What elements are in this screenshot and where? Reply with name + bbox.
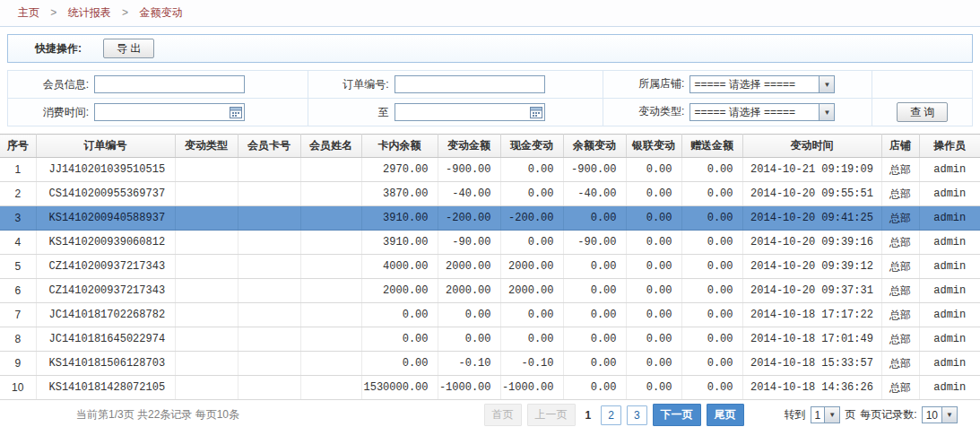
cell-member-name <box>300 327 361 352</box>
cell-balance-change: 0.00 <box>563 352 626 376</box>
cell-card-balance: 3910.00 <box>361 206 438 231</box>
cell-operator: admin <box>919 376 980 400</box>
page-button-3[interactable]: 3 <box>627 405 647 425</box>
cell-cash-change: 0.00 <box>500 182 563 206</box>
chevron-down-icon[interactable]: ▼ <box>941 407 957 423</box>
cell-member-name <box>300 279 361 303</box>
table-row[interactable]: 5CZ14102009372173434000.002000.002000.00… <box>0 255 980 279</box>
table-row[interactable]: 4KS14102009390608123910.00-90.000.00-90.… <box>0 231 980 255</box>
col-header-operator: 操作员 <box>919 135 980 158</box>
cell-change-type <box>175 303 238 327</box>
last-page-button[interactable]: 尾页 <box>707 404 744 426</box>
page-size-label: 每页记录数: <box>860 407 916 423</box>
table-row[interactable]: 1JJ14102010395105152970.00-900.000.00-90… <box>0 158 980 182</box>
cell-cash-change: 0.00 <box>500 327 563 352</box>
calendar-icon[interactable] <box>530 106 542 118</box>
chevron-down-icon[interactable]: ▼ <box>819 104 834 120</box>
cell-change-time: 2014-10-18 14:36:26 <box>742 376 881 400</box>
chevron-down-icon[interactable]: ▼ <box>819 76 834 92</box>
cell-card-balance: 0.00 <box>361 303 438 327</box>
cell-seq: 9 <box>0 352 36 376</box>
next-page-button[interactable]: 下一页 <box>653 404 701 426</box>
cell-operator: admin <box>919 206 980 231</box>
cell-change-type <box>175 158 238 182</box>
chevron-down-icon[interactable]: ▼ <box>824 407 839 423</box>
page-size-select[interactable]: 10▼ <box>922 406 958 423</box>
page-button-2[interactable]: 2 <box>601 405 621 425</box>
cell-gift-amount: 0.00 <box>681 352 742 376</box>
table-row[interactable]: 8JC14101816450229740.000.000.000.000.000… <box>0 327 980 352</box>
cell-shop: 总部 <box>881 303 919 327</box>
table-row[interactable]: 7JC14101817022687820.000.000.000.000.000… <box>0 303 980 327</box>
table-row[interactable]: 2CS14102009553697373870.00-40.000.00-40.… <box>0 182 980 206</box>
cell-seq: 6 <box>0 279 36 303</box>
table-row[interactable]: 10KS14101814280721051530000.00-1000.00-1… <box>0 376 980 400</box>
cell-card-no <box>238 206 300 231</box>
col-header-shop: 店铺 <box>881 135 919 158</box>
cell-card-no <box>238 255 300 279</box>
consume-time-from-input[interactable] <box>94 103 245 121</box>
cell-gift-amount: 0.00 <box>681 303 742 327</box>
cell-gift-amount: 0.00 <box>681 231 742 255</box>
search-button[interactable]: 查 询 <box>897 102 948 122</box>
records-table-head-row: 序号订单编号变动类型会员卡号会员姓名卡内余额变动金额现金变动余额变动银联变动赠送… <box>0 135 980 158</box>
cell-balance-change: 0.00 <box>563 327 626 352</box>
cell-change-amount: 0.00 <box>438 327 500 352</box>
cell-change-type <box>175 231 238 255</box>
shop-select[interactable]: ===== 请选择 =====▼ <box>689 75 835 93</box>
cell-shop: 总部 <box>881 376 919 400</box>
cell-card-no <box>238 303 300 327</box>
cell-member-name <box>300 303 361 327</box>
cell-change-amount: 2000.00 <box>438 279 500 303</box>
cell-operator: admin <box>919 327 980 352</box>
member-info-input[interactable] <box>94 75 245 93</box>
records-table: 序号订单编号变动类型会员卡号会员姓名卡内余额变动金额现金变动余额变动银联变动赠送… <box>0 134 980 400</box>
breadcrumb-report-section[interactable]: 统计报表 <box>68 6 111 19</box>
cell-shop: 总部 <box>881 352 919 376</box>
cell-change-amount: -0.10 <box>438 352 500 376</box>
breadcrumb-home[interactable]: 主页 <box>18 6 39 19</box>
cell-change-amount: -90.00 <box>438 231 500 255</box>
export-button[interactable]: 导 出 <box>103 39 154 58</box>
cell-card-balance: 0.00 <box>361 327 438 352</box>
change-type-label: 变动类型: <box>603 104 684 119</box>
cell-operator: admin <box>919 158 980 182</box>
cell-change-time: 2014-10-20 09:41:25 <box>742 206 881 231</box>
cell-order-no: KS1410200940588937 <box>36 206 175 231</box>
cell-operator: admin <box>919 182 980 206</box>
cell-shop: 总部 <box>881 327 919 352</box>
cell-change-amount: 2000.00 <box>438 255 500 279</box>
cell-order-no: JC1410181702268782 <box>36 303 175 327</box>
cell-card-balance: 2000.00 <box>361 279 438 303</box>
col-header-unionpay-change: 银联变动 <box>626 135 681 158</box>
cell-member-name <box>300 352 361 376</box>
cell-order-no: CZ1410200937217343 <box>36 255 175 279</box>
cell-change-time: 2014-10-20 09:39:16 <box>742 231 881 255</box>
records-table-body: 1JJ14102010395105152970.00-900.000.00-90… <box>0 158 980 400</box>
consume-time-to-input[interactable] <box>395 103 545 121</box>
cell-order-no: JJ1410201039510515 <box>36 158 175 182</box>
table-row[interactable]: 6CZ14102009372173432000.002000.002000.00… <box>0 279 980 303</box>
first-page-button[interactable]: 首页 <box>484 404 522 426</box>
col-header-seq: 序号 <box>0 135 36 158</box>
calendar-icon[interactable] <box>230 106 242 118</box>
cell-change-time: 2014-10-18 15:33:57 <box>742 352 881 376</box>
change-type-select-value: ===== 请选择 ===== <box>690 105 819 120</box>
col-header-card-balance: 卡内余额 <box>361 135 438 158</box>
page-button-1[interactable]: 1 <box>581 406 596 424</box>
cell-gift-amount: 0.00 <box>681 279 742 303</box>
change-type-select[interactable]: ===== 请选择 =====▼ <box>689 103 835 121</box>
table-row[interactable]: 9KS14101815061287030.00-0.10-0.100.000.0… <box>0 352 980 376</box>
table-row[interactable]: 3KS14102009405889373910.00-200.00-200.00… <box>0 206 980 231</box>
cell-change-type <box>175 376 238 400</box>
cell-shop: 总部 <box>881 158 919 182</box>
cell-card-balance: 2970.00 <box>361 158 438 182</box>
prev-page-button[interactable]: 上一页 <box>527 404 576 426</box>
col-header-cash-change: 现金变动 <box>500 135 563 158</box>
goto-page-select-value: 1 <box>811 409 825 422</box>
cell-card-no <box>238 352 300 376</box>
goto-page-select[interactable]: 1▼ <box>811 406 841 423</box>
breadcrumb-current-page[interactable]: 金额变动 <box>139 6 182 19</box>
order-no-input[interactable] <box>395 75 545 93</box>
cell-unionpay-change: 0.00 <box>626 303 681 327</box>
